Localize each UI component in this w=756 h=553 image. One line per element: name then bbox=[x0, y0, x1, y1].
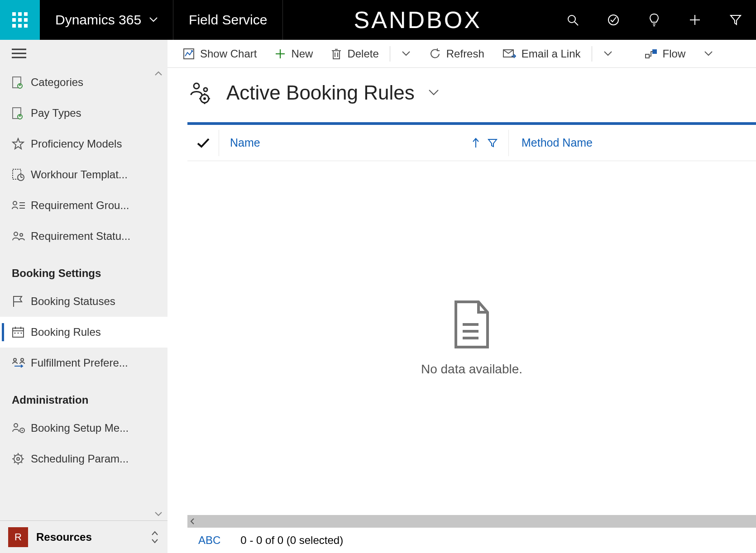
help-button[interactable] bbox=[634, 13, 675, 27]
sidebar-item-label: Fulfillment Prefere... bbox=[31, 357, 128, 369]
sort-asc-icon bbox=[472, 138, 479, 148]
svg-rect-56 bbox=[646, 54, 649, 58]
sidebar: Categories Pay Types Proficiency Models … bbox=[0, 40, 167, 553]
chevron-down-icon bbox=[149, 17, 158, 23]
area-switcher[interactable]: R Resources bbox=[0, 520, 167, 553]
sidebar-group-booking-settings: Booking Settings bbox=[0, 252, 167, 286]
svg-point-32 bbox=[14, 358, 16, 361]
svg-rect-50 bbox=[333, 51, 340, 59]
delete-button[interactable]: Delete bbox=[324, 40, 386, 67]
document-icon bbox=[12, 76, 31, 89]
star-icon bbox=[12, 138, 31, 150]
grid-header-row: Name Method Name bbox=[187, 125, 756, 161]
sidebar-item-label: Booking Setup Me... bbox=[31, 422, 129, 434]
paging-text: 0 - 0 of 0 (0 selected) bbox=[240, 534, 343, 547]
search-button[interactable] bbox=[552, 14, 593, 26]
template-clock-icon bbox=[12, 168, 31, 181]
app-name-label: Dynamics 365 bbox=[55, 12, 141, 28]
svg-point-10 bbox=[19, 84, 21, 86]
sidebar-item-workhour-templates[interactable]: Workhour Templat... bbox=[0, 159, 167, 190]
filter-button[interactable] bbox=[715, 14, 756, 26]
svg-point-61 bbox=[203, 97, 206, 100]
main-content: Show Chart New Delete Refresh Email a Li… bbox=[167, 40, 756, 553]
funnel-icon bbox=[730, 14, 742, 26]
top-icon-bar bbox=[552, 0, 756, 40]
hamburger-icon bbox=[12, 48, 26, 59]
email-link-button[interactable]: Email a Link bbox=[495, 40, 588, 67]
area-label: Resources bbox=[36, 531, 150, 543]
horizontal-scrollbar[interactable] bbox=[187, 515, 756, 528]
lightbulb-icon bbox=[649, 13, 660, 27]
page-header: Active Booking Rules bbox=[167, 68, 756, 122]
gear-icon bbox=[12, 453, 31, 465]
data-grid: Name Method Name No bbox=[187, 122, 756, 553]
booking-rules-icon bbox=[187, 81, 213, 104]
command-bar: Show Chart New Delete Refresh Email a Li… bbox=[167, 40, 756, 68]
alpha-jump-button[interactable]: ABC bbox=[198, 534, 220, 547]
separator bbox=[592, 46, 592, 62]
sidebar-item-booking-setup-metadata[interactable]: Booking Setup Me... bbox=[0, 413, 167, 443]
delete-split-button[interactable] bbox=[394, 51, 418, 57]
select-all-checkbox[interactable] bbox=[187, 130, 219, 156]
filter-icon bbox=[488, 138, 498, 148]
plus-icon bbox=[689, 14, 701, 26]
grid-status-bar: ABC 0 - 0 of 0 (0 selected) bbox=[187, 528, 756, 553]
add-button[interactable] bbox=[675, 14, 715, 26]
sidebar-item-booking-statuses[interactable]: Booking Statuses bbox=[0, 286, 167, 317]
document-icon bbox=[12, 107, 31, 119]
refresh-button[interactable]: Refresh bbox=[422, 40, 492, 67]
sidebar-item-scheduling-parameters[interactable]: Scheduling Param... bbox=[0, 443, 167, 474]
task-button[interactable] bbox=[593, 14, 634, 26]
view-selector-button[interactable] bbox=[428, 89, 439, 96]
chevron-down-icon bbox=[428, 89, 439, 96]
sidebar-item-categories[interactable]: Categories bbox=[0, 67, 167, 98]
svg-point-22 bbox=[14, 232, 18, 236]
calendar-icon bbox=[12, 326, 31, 338]
sidebar-item-proficiency-models[interactable]: Proficiency Models bbox=[0, 129, 167, 159]
sidebar-item-booking-rules[interactable]: Booking Rules bbox=[0, 317, 167, 348]
app-launcher-button[interactable] bbox=[0, 0, 40, 40]
svg-point-38 bbox=[17, 458, 19, 460]
show-chart-button[interactable]: Show Chart bbox=[176, 40, 264, 67]
empty-message: No data available. bbox=[421, 362, 522, 377]
email-split-button[interactable] bbox=[596, 51, 620, 57]
module-label: Field Service bbox=[189, 12, 267, 28]
sidebar-item-pay-types[interactable]: Pay Types bbox=[0, 98, 167, 129]
sidebar-collapse-button[interactable] bbox=[12, 48, 26, 59]
scroll-down-button[interactable] bbox=[153, 509, 164, 520]
column-header-name[interactable]: Name bbox=[219, 130, 509, 156]
flow-split-button[interactable] bbox=[696, 51, 721, 57]
svg-line-46 bbox=[21, 455, 22, 456]
svg-line-45 bbox=[14, 462, 15, 463]
check-circle-icon bbox=[607, 14, 620, 26]
module-label-button[interactable]: Field Service bbox=[173, 0, 283, 40]
waffle-icon bbox=[12, 12, 28, 28]
separator bbox=[390, 46, 390, 62]
svg-line-44 bbox=[21, 462, 22, 463]
sidebar-group-administration: Administration bbox=[0, 378, 167, 413]
sidebar-item-label: Proficiency Models bbox=[31, 138, 122, 150]
svg-line-43 bbox=[14, 455, 15, 456]
column-header-method-name[interactable]: Method Name bbox=[509, 136, 603, 149]
chevron-down-icon bbox=[704, 51, 713, 57]
app-name-dropdown[interactable]: Dynamics 365 bbox=[40, 0, 173, 40]
svg-point-36 bbox=[22, 430, 23, 431]
sidebar-item-label: Categories bbox=[31, 76, 83, 89]
chevron-down-icon bbox=[604, 51, 612, 57]
email-icon bbox=[502, 49, 516, 59]
refresh-icon bbox=[429, 48, 441, 60]
check-icon bbox=[197, 138, 210, 148]
flow-button[interactable]: Flow bbox=[637, 40, 693, 67]
sidebar-item-requirement-groups[interactable]: Requirement Grou... bbox=[0, 190, 167, 221]
svg-point-18 bbox=[13, 201, 17, 205]
sidebar-item-requirement-statuses[interactable]: Requirement Statu... bbox=[0, 221, 167, 252]
svg-point-23 bbox=[20, 234, 23, 236]
sidebar-item-fulfillment-preferences[interactable]: Fulfillment Prefere... bbox=[0, 348, 167, 378]
svg-point-13 bbox=[19, 115, 21, 117]
sidebar-item-label: Workhour Templat... bbox=[31, 168, 128, 181]
sidebar-item-label: Booking Rules bbox=[31, 326, 101, 338]
sidebar-item-label: Booking Statuses bbox=[31, 295, 115, 308]
svg-rect-57 bbox=[653, 50, 656, 53]
new-button[interactable]: New bbox=[268, 40, 320, 67]
environment-badge: SANDBOX bbox=[283, 0, 552, 40]
